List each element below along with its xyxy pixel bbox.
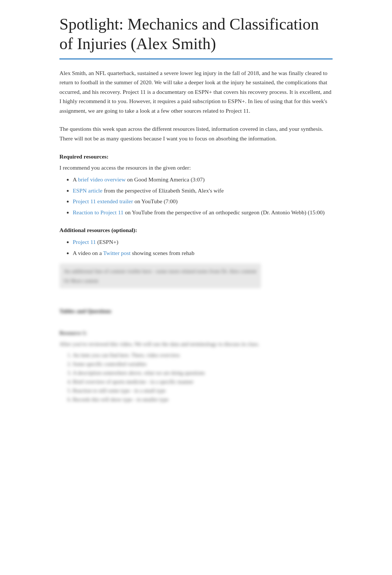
blurred-resource-1-heading: Resource 1: [59, 329, 87, 337]
list-item: Project 11 extended trailer on YouTube (… [73, 197, 333, 206]
project-11-espn-link[interactable]: Project 11 [73, 239, 96, 245]
blurred-resource-intro: After you've reviewed this video, We wil… [59, 340, 333, 349]
required-resources-heading: Required resources: [59, 152, 333, 161]
blurred-content-section: An additional line of content visible he… [59, 263, 333, 404]
blurred-additional-text: An additional line of content visible he… [64, 268, 257, 274]
blurred-list-item: Some specific controlled variables [73, 360, 333, 369]
list-item-suffix: on YouTube from the perspective of an or… [124, 209, 325, 215]
brief-video-overview-link[interactable]: brief video overview [78, 176, 125, 183]
page-title: Spotlight: Mechanics and Classification … [59, 15, 333, 59]
list-item-prefix: A [73, 176, 78, 183]
espn-article-link[interactable]: ESPN article [73, 187, 103, 194]
list-item-suffix: (ESPN+) [96, 239, 118, 245]
additional-resources-list: Project 11 (ESPN+) A video on a Twitter … [59, 237, 333, 258]
intro-paragraph-1: Alex Smith, an NFL quarterback, sustaine… [59, 68, 333, 116]
list-item: A brief video overview on Good Morning A… [73, 175, 333, 184]
blurred-list-item: Brief overview of sports medicine - in a… [73, 378, 333, 387]
list-item-suffix: showing scenes from rehab [131, 250, 195, 256]
twitter-post-link[interactable]: Twitter post [103, 250, 130, 256]
blurred-list-item: Reaction to still some type - in a small… [73, 387, 333, 395]
list-item-suffix: on Good Morning America (3:07) [125, 176, 204, 183]
blurred-list-item: An item you can find here. There, video … [73, 351, 333, 360]
page-container: Spotlight: Mechanics and Classification … [37, 0, 355, 429]
required-resources-intro: I recommend you access the resources in … [59, 163, 333, 173]
project-11-trailer-link[interactable]: Project 11 extended trailer [73, 198, 133, 204]
blurred-list-item: Records this will show type - in smaller… [73, 395, 333, 404]
intro-paragraph-2: The questions this week span across the … [59, 124, 333, 143]
list-item-suffix: on YouTube (7:00) [133, 198, 178, 204]
list-item: ESPN article from the perspective of Eli… [73, 186, 333, 195]
reaction-to-project-11-link[interactable]: Reaction to Project 11 [73, 209, 124, 215]
list-item-suffix: from the perspective of Elizabeth Smith,… [103, 187, 224, 194]
blurred-tables-questions-heading: Tables and Questions [59, 307, 111, 316]
list-item: A video on a Twitter post showing scenes… [73, 248, 333, 258]
list-item-prefix: A video on a [73, 250, 103, 256]
blurred-additional-text-2: Or More content [64, 278, 98, 284]
additional-resources-heading: Additional resources (optional): [59, 226, 333, 235]
blurred-list-item: A description somewhere above, what we a… [73, 369, 333, 378]
required-resources-list: A brief video overview on Good Morning A… [59, 175, 333, 217]
list-item: Project 11 (ESPN+) [73, 237, 333, 247]
list-item: Reaction to Project 11 on YouTube from t… [73, 208, 333, 217]
